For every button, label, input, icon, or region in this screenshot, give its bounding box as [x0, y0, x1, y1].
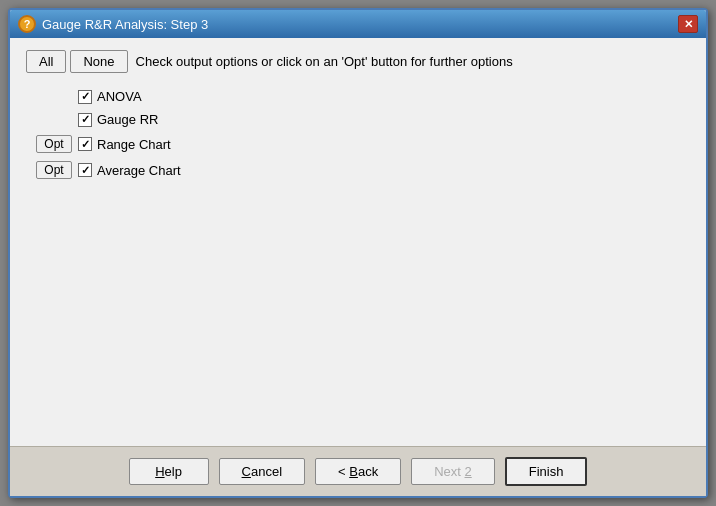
dialog-icon: ?: [18, 15, 36, 33]
help-underline: Help: [155, 464, 182, 479]
cancel-underline: Cancel: [242, 464, 282, 479]
range-chart-label: Range Chart: [97, 137, 171, 152]
close-button[interactable]: ✕: [678, 15, 698, 33]
title-bar: ? Gauge R&R Analysis: Step 3 ✕: [10, 10, 706, 38]
gauge-rr-label: Gauge RR: [97, 112, 158, 127]
all-button[interactable]: All: [26, 50, 66, 73]
average-chart-opt-button[interactable]: Opt: [36, 161, 72, 179]
back-label: < Back: [338, 464, 378, 479]
option-row-range-chart: Opt Range Chart: [36, 133, 690, 155]
option-row-average-chart: Opt Average Chart: [36, 159, 690, 181]
options-area: ANOVA Gauge RR Opt Range Chart: [26, 87, 690, 181]
instruction-text: Check output options or click on an 'Opt…: [136, 54, 513, 69]
gauge-rr-checkbox[interactable]: [78, 113, 92, 127]
average-chart-label: Average Chart: [97, 163, 181, 178]
average-chart-checkbox-wrapper: Average Chart: [78, 163, 181, 178]
bottom-bar: Help Cancel < Back Next 2 Finish: [10, 446, 706, 496]
finish-button[interactable]: Finish: [505, 457, 588, 486]
anova-label: ANOVA: [97, 89, 142, 104]
content-spacer: [26, 181, 690, 434]
main-content: All None Check output options or click o…: [10, 38, 706, 446]
option-row-anova: ANOVA: [36, 87, 690, 106]
cancel-button[interactable]: Cancel: [219, 458, 305, 485]
range-chart-checkbox[interactable]: [78, 137, 92, 151]
help-button[interactable]: Help: [129, 458, 209, 485]
gauge-rr-checkbox-wrapper: Gauge RR: [78, 112, 158, 127]
dialog-title: Gauge R&R Analysis: Step 3: [42, 17, 208, 32]
dialog-window: ? Gauge R&R Analysis: Step 3 ✕ All None …: [8, 8, 708, 498]
range-chart-checkbox-wrapper: Range Chart: [78, 137, 171, 152]
title-bar-left: ? Gauge R&R Analysis: Step 3: [18, 15, 208, 33]
back-button[interactable]: < Back: [315, 458, 401, 485]
range-chart-opt-button[interactable]: Opt: [36, 135, 72, 153]
anova-checkbox-wrapper: ANOVA: [78, 89, 142, 104]
anova-checkbox[interactable]: [78, 90, 92, 104]
average-chart-checkbox[interactable]: [78, 163, 92, 177]
top-bar: All None Check output options or click o…: [26, 50, 690, 73]
next-label: Next 2: [434, 464, 472, 479]
next-button[interactable]: Next 2: [411, 458, 495, 485]
none-button[interactable]: None: [70, 50, 127, 73]
option-row-gauge-rr: Gauge RR: [36, 110, 690, 129]
